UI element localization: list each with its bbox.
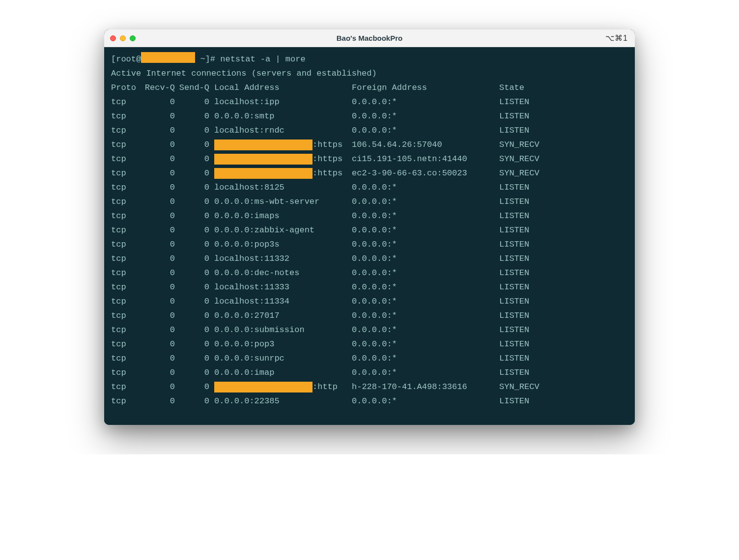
cell-state: LISTEN xyxy=(499,266,529,280)
cell-recvq: 0 xyxy=(141,351,175,365)
netstat-row: tcp00 0.0.0.0:pop30.0.0.0:*LISTEN xyxy=(111,337,628,351)
terminal-window: Bao's MacbookPro ⌥⌘1 [root@ ~]# netstat … xyxy=(104,29,635,425)
redacted-hostname xyxy=(141,52,195,63)
cell-foreign-address: 0.0.0.0:* xyxy=(352,237,499,252)
netstat-row: tcp00 0.0.0.0:ms-wbt-server0.0.0.0:*LIST… xyxy=(111,195,628,209)
cell-recvq: 0 xyxy=(141,166,175,180)
local-suffix: :https xyxy=(313,152,342,166)
cell-local-address: 0.0.0.0:27017 xyxy=(214,308,352,323)
column-headers: ProtoRecv-QSend-Q Local AddressForeign A… xyxy=(111,81,628,95)
redacted-local-address xyxy=(214,168,313,179)
cell-local-address: 0.0.0.0:ms-wbt-server xyxy=(214,195,352,209)
cell-state: LISTEN xyxy=(499,308,529,323)
netstat-row: tcp00 localhost:ipp0.0.0.0:*LISTEN xyxy=(111,95,628,109)
cell-recvq: 0 xyxy=(141,365,175,380)
cell-recvq: 0 xyxy=(141,280,175,294)
cell-recvq: 0 xyxy=(141,109,175,123)
cell-foreign-address: h-228-170-41.A498:33616 xyxy=(352,380,499,394)
cell-proto: tcp xyxy=(111,166,141,180)
cell-proto: tcp xyxy=(111,337,141,351)
netstat-row: tcp00 localhost:113330.0.0.0:*LISTEN xyxy=(111,280,628,294)
cell-proto: tcp xyxy=(111,266,141,280)
cell-state: LISTEN xyxy=(499,394,529,408)
cell-foreign-address: 0.0.0.0:* xyxy=(352,223,499,237)
netstat-row: tcp00 0.0.0.0:223850.0.0.0:*LISTEN xyxy=(111,394,628,408)
cell-recvq: 0 xyxy=(141,252,175,266)
cell-state: LISTEN xyxy=(499,223,529,237)
cell-foreign-address: 0.0.0.0:* xyxy=(352,365,499,380)
cell-foreign-address: 0.0.0.0:* xyxy=(352,252,499,266)
cell-local-address: 0.0.0.0:sunrpc xyxy=(214,351,352,365)
cell-state: LISTEN xyxy=(499,252,529,266)
netstat-row: tcp00 :httph-228-170-41.A498:33616SYN_RE… xyxy=(111,380,628,394)
cell-foreign-address: 0.0.0.0:* xyxy=(352,351,499,365)
cell-local-address: localhost:ipp xyxy=(214,95,352,109)
cell-proto: tcp xyxy=(111,351,141,365)
netstat-row: tcp00 0.0.0.0:imaps0.0.0.0:*LISTEN xyxy=(111,209,628,223)
cell-recvq: 0 xyxy=(141,180,175,195)
cell-sendq: 0 xyxy=(175,394,209,408)
maximize-button[interactable] xyxy=(130,35,136,41)
netstat-row: tcp00 :httpsec2-3-90-66-63.co:50023SYN_R… xyxy=(111,166,628,180)
local-suffix: :https xyxy=(313,166,342,180)
cell-proto: tcp xyxy=(111,195,141,209)
cell-local-address: localhost:11334 xyxy=(214,294,352,308)
close-button[interactable] xyxy=(110,35,116,41)
cell-local-address: 0.0.0.0:pop3 xyxy=(214,337,352,351)
cell-local-address: localhost:8125 xyxy=(214,180,352,195)
cell-foreign-address: 0.0.0.0:* xyxy=(352,337,499,351)
cell-sendq: 0 xyxy=(175,294,209,308)
prompt-line: [root@ ~]# netstat -a | more xyxy=(111,52,628,66)
netstat-row: tcp00 0.0.0.0:imap0.0.0.0:*LISTEN xyxy=(111,365,628,380)
col-state-header: State xyxy=(499,81,524,95)
titlebar: Bao's MacbookPro ⌥⌘1 xyxy=(104,29,635,47)
cell-local-address: :https xyxy=(214,166,352,180)
cell-local-address: 0.0.0.0:dec-notes xyxy=(214,266,352,280)
minimize-button[interactable] xyxy=(120,35,126,41)
cell-sendq: 0 xyxy=(175,138,209,152)
cell-proto: tcp xyxy=(111,252,141,266)
cell-sendq: 0 xyxy=(175,266,209,280)
cell-foreign-address: 0.0.0.0:* xyxy=(352,109,499,123)
netstat-row: tcp00 0.0.0.0:dec-notes0.0.0.0:*LISTEN xyxy=(111,266,628,280)
cell-local-address: localhost:11332 xyxy=(214,252,352,266)
cell-proto: tcp xyxy=(111,380,141,394)
netstat-row: tcp00 localhost:113320.0.0.0:*LISTEN xyxy=(111,252,628,266)
cell-foreign-address: 0.0.0.0:* xyxy=(352,394,499,408)
cell-state: SYN_RECV xyxy=(499,166,540,180)
cell-foreign-address: ec2-3-90-66-63.co:50023 xyxy=(352,166,499,180)
cell-local-address: :https xyxy=(214,138,352,152)
command-text: netstat -a | more xyxy=(220,55,305,64)
cell-sendq: 0 xyxy=(175,337,209,351)
cell-sendq: 0 xyxy=(175,252,209,266)
redacted-local-address xyxy=(214,154,313,165)
cell-recvq: 0 xyxy=(141,337,175,351)
cell-recvq: 0 xyxy=(141,195,175,209)
col-recvq-header: Recv-Q xyxy=(141,81,175,95)
netstat-rows: tcp00 localhost:ipp0.0.0.0:*LISTENtcp00 … xyxy=(111,95,628,408)
cell-recvq: 0 xyxy=(141,237,175,252)
netstat-row: tcp00 :httpsci15.191-105.netn:41440SYN_R… xyxy=(111,152,628,166)
cell-foreign-address: 0.0.0.0:* xyxy=(352,308,499,323)
cell-sendq: 0 xyxy=(175,365,209,380)
terminal-body[interactable]: [root@ ~]# netstat -a | more Active Inte… xyxy=(104,47,635,425)
local-suffix: :https xyxy=(313,138,342,152)
cell-foreign-address: 0.0.0.0:* xyxy=(352,195,499,209)
col-foreign-header: Foreign Address xyxy=(352,81,499,95)
cell-sendq: 0 xyxy=(175,323,209,337)
cell-sendq: 0 xyxy=(175,152,209,166)
cell-proto: tcp xyxy=(111,237,141,252)
cell-local-address: localhost:rndc xyxy=(214,123,352,138)
netstat-row: tcp00 0.0.0.0:zabbix-agent0.0.0.0:*LISTE… xyxy=(111,223,628,237)
cell-recvq: 0 xyxy=(141,123,175,138)
cell-sendq: 0 xyxy=(175,109,209,123)
cell-state: LISTEN xyxy=(499,95,529,109)
cell-foreign-address: 0.0.0.0:* xyxy=(352,323,499,337)
cell-local-address: 0.0.0.0:imap xyxy=(214,365,352,380)
cell-proto: tcp xyxy=(111,138,141,152)
cell-state: LISTEN xyxy=(499,209,529,223)
cell-foreign-address: 0.0.0.0:* xyxy=(352,209,499,223)
cell-foreign-address: ci15.191-105.netn:41440 xyxy=(352,152,499,166)
cell-sendq: 0 xyxy=(175,351,209,365)
netstat-row: tcp00 localhost:113340.0.0.0:*LISTEN xyxy=(111,294,628,308)
